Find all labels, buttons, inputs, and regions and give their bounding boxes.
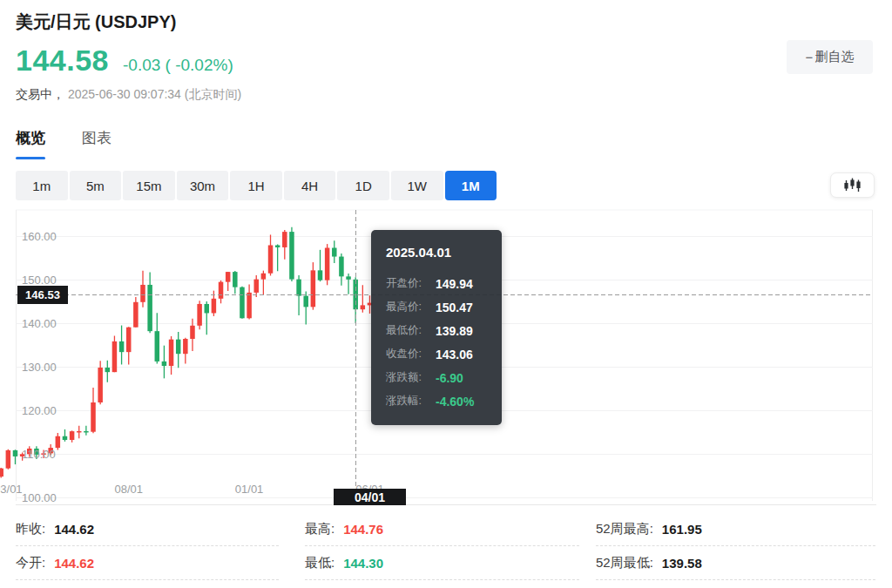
y-axis-tick-label: 100.00	[22, 491, 57, 504]
interval-button-4H[interactable]: 4H	[284, 171, 336, 200]
x-axis-tick-label: 03/01	[0, 483, 23, 496]
page-title: 美元/日元 (USDJPY)	[16, 10, 176, 34]
chart-tooltip: 2025.04.01 开盘价:149.94最高价:150.47最低价:139.8…	[371, 230, 502, 425]
price-change: -0.03 ( -0.02%)	[123, 56, 233, 75]
crosshair-date-label: 04/01	[334, 489, 406, 505]
stat-cell: 52周最低:139.58	[596, 546, 875, 580]
interval-button-30m[interactable]: 30m	[177, 171, 229, 200]
stat-cell: 52周最高:161.95	[596, 512, 875, 546]
tooltip-date: 2025.04.01	[386, 245, 502, 260]
y-axis-tick-label: 130.00	[22, 361, 57, 374]
interval-button-1m[interactable]: 1m	[16, 171, 68, 200]
x-axis-tick-label: 01/01	[235, 483, 264, 496]
tab-chart[interactable]: 图表	[82, 128, 112, 158]
interval-button-1H[interactable]: 1H	[230, 171, 282, 200]
stat-cell: 最低:144.30	[305, 546, 579, 580]
y-axis-tick-label: 160.00	[22, 230, 57, 243]
stat-cell: 最高:144.76	[305, 512, 579, 546]
y-axis-tick-label: 120.00	[22, 404, 57, 417]
view-tabs: 概览图表	[16, 128, 148, 158]
trading-state: 交易中，	[16, 87, 64, 101]
tooltip-row: 开盘价:149.94	[386, 272, 502, 295]
quote-timestamp: 2025-06-30 09:07:34 (北京时间)	[68, 87, 241, 101]
interval-button-15m[interactable]: 15m	[123, 171, 175, 200]
x-axis-tick-label: 08/01	[114, 483, 143, 496]
chart-type-button[interactable]	[830, 172, 875, 198]
candlestick-icon	[843, 178, 862, 193]
quote-stats: 昨收:144.62今开:144.62最高:144.76最低:144.3052周最…	[16, 512, 875, 580]
interval-button-1D[interactable]: 1D	[337, 171, 389, 200]
y-axis-tick-label: 140.00	[22, 317, 57, 330]
trading-status: 交易中， 2025-06-30 09:07:34 (北京时间)	[16, 87, 241, 103]
tooltip-row: 涨跌幅:-4.60%	[386, 389, 502, 413]
stat-cell: 昨收:144.62	[16, 512, 279, 546]
tooltip-row: 收盘价:143.06	[386, 342, 502, 366]
interval-button-5m[interactable]: 5m	[70, 171, 122, 200]
chart-divider	[16, 504, 876, 505]
crosshair-price-label: 146.53	[17, 286, 68, 304]
y-axis-tick-label: 150.00	[22, 274, 57, 287]
current-price: 144.58	[16, 44, 109, 78]
minus-icon: −	[806, 50, 814, 64]
tooltip-row: 涨跌额:-6.90	[386, 366, 502, 389]
stat-cell: 今开:144.62	[16, 546, 279, 580]
interval-button-1M[interactable]: 1M	[445, 171, 497, 200]
interval-bar: 1m5m15m30m1H4H1D1W1M	[16, 171, 497, 200]
tab-overview[interactable]: 概览	[16, 128, 45, 158]
price-row: 144.58 -0.03 ( -0.02%)	[16, 44, 233, 78]
interval-button-1W[interactable]: 1W	[391, 171, 443, 200]
remove-watchlist-label: 删自选	[814, 49, 854, 65]
quote-page: 美元/日元 (USDJPY) − 删自选 144.58 -0.03 ( -0.0…	[0, 0, 892, 588]
tooltip-row: 最低价:139.89	[386, 319, 502, 342]
remove-watchlist-button[interactable]: − 删自选	[787, 40, 873, 74]
candlestick-chart[interactable]: 160.00150.00140.00130.00120.00110.00100.…	[0, 209, 892, 505]
y-axis-tick-label: 110.00	[22, 448, 56, 461]
tooltip-row: 最高价:150.47	[386, 295, 502, 319]
